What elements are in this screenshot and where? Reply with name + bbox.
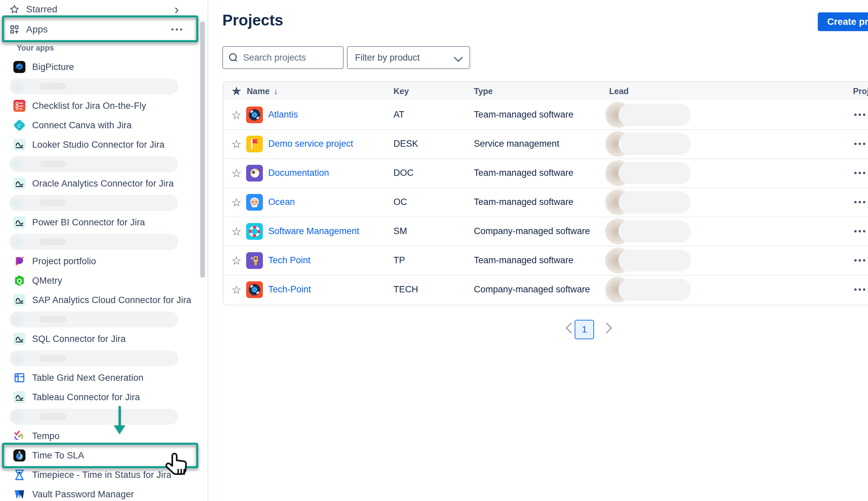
project-link[interactable]: Tech Point	[268, 255, 310, 266]
vault-icon	[13, 488, 25, 500]
row-divider	[223, 217, 868, 217]
star-outline-icon[interactable]: ☆	[232, 196, 242, 208]
redacted-app-item	[9, 195, 178, 211]
table-row-tech: ☆Tech-PointTECHCompany-managed software	[223, 275, 868, 304]
apps-grid-icon	[9, 24, 20, 35]
column-header-key[interactable]: Key	[394, 82, 409, 100]
row-actions-icon[interactable]	[854, 201, 865, 203]
sidebar-app-sql-connector-for-jira[interactable]: SQL Connector for Jira	[0, 329, 200, 349]
app-label: QMetry	[32, 276, 62, 286]
table-row-at: ☆AtlantisATTeam-managed software	[223, 100, 868, 129]
sidebar-app-qmetry[interactable]: QQMetry	[0, 271, 200, 290]
row-actions-icon[interactable]	[854, 259, 865, 262]
project-type: Team-managed software	[474, 100, 573, 129]
chart-connector-icon	[13, 333, 25, 345]
project-portfolio-icon	[13, 255, 25, 267]
sidebar-app-table-grid-next-generation[interactable]: Table Grid Next Generation	[0, 368, 200, 387]
project-type: Service management	[474, 129, 559, 158]
sidebar-item-starred[interactable]: Starred ›	[0, 1, 200, 18]
app-label: Checklist for Jira On-the-Fly	[32, 101, 146, 111]
row-actions-icon[interactable]	[854, 114, 865, 116]
project-link[interactable]: Software Management	[268, 226, 359, 236]
chart-connector-icon	[13, 178, 25, 190]
project-key: DESK	[394, 129, 418, 158]
sidebar-app-power-bi-connector-for-jira[interactable]: Power BI Connector for Jira	[0, 213, 200, 232]
sidebar-app-oracle-analytics-connector-for-jira[interactable]: Oracle Analytics Connector for Jira	[0, 174, 200, 193]
star-column-icon[interactable]: ★	[232, 86, 242, 96]
project-link[interactable]: Ocean	[268, 197, 295, 207]
project-type: Team-managed software	[474, 158, 573, 188]
chart-connector-icon	[13, 294, 25, 306]
redacted-app-item	[9, 156, 178, 172]
project-link[interactable]: Tech-Point	[268, 284, 311, 295]
create-project-button[interactable]: Create proj	[818, 12, 868, 31]
column-header-project-url[interactable]: Proje	[853, 82, 868, 100]
search-input[interactable]	[243, 52, 328, 63]
sidebar-app-checklist-for-jira-on-the-fly[interactable]: Checklist for Jira On-the-Fly	[0, 96, 200, 116]
search-icon	[229, 53, 238, 62]
star-icon	[9, 4, 20, 15]
star-outline-icon[interactable]: ☆	[232, 138, 242, 150]
column-header-type[interactable]: Type	[474, 82, 493, 100]
search-projects-box[interactable]	[222, 46, 344, 69]
chart-connector-icon	[13, 391, 25, 403]
star-outline-icon[interactable]: ☆	[232, 109, 242, 120]
sidebar-item-label: Starred	[26, 4, 57, 15]
timepiece-icon	[13, 469, 25, 481]
svg-text:Q: Q	[17, 277, 22, 285]
project-link[interactable]: Atlantis	[268, 109, 298, 120]
star-outline-icon[interactable]: ☆	[232, 284, 242, 295]
tempo-icon	[13, 430, 25, 442]
row-actions-icon[interactable]	[854, 143, 865, 145]
star-outline-icon[interactable]: ☆	[232, 226, 242, 237]
row-divider	[223, 129, 868, 130]
sidebar-app-tempo[interactable]: Tempo	[0, 426, 200, 446]
project-type: Team-managed software	[474, 188, 573, 217]
filter-by-product-dropdown[interactable]: Filter by product	[347, 46, 470, 69]
row-divider	[223, 275, 868, 276]
flag-icon	[246, 136, 263, 152]
project-key: TECH	[394, 275, 418, 304]
vinyl-record-icon	[246, 106, 263, 123]
project-type: Company-managed software	[474, 275, 590, 304]
project-link[interactable]: Demo service project	[268, 139, 353, 149]
table-row-sm: ☆Software ManagementSMCompany-managed so…	[223, 217, 868, 246]
column-header-name[interactable]: Name ↓	[247, 82, 278, 100]
sidebar-app-project-portfolio[interactable]: Project portfolio	[0, 252, 200, 271]
filter-label: Filter by product	[355, 53, 420, 63]
pagination-next-icon[interactable]	[601, 322, 612, 333]
chevron-right-icon[interactable]: ›	[174, 1, 179, 18]
sidebar-app-looker-studio-connector-for-jira[interactable]: Looker Studio Connector for Jira	[0, 135, 200, 154]
sidebar-item-apps[interactable]: Apps	[0, 21, 200, 38]
lead-redacted	[605, 102, 691, 128]
lead-redacted	[605, 160, 691, 186]
sidebar-scrollbar[interactable]	[200, 21, 205, 278]
star-outline-icon[interactable]: ☆	[232, 168, 242, 179]
sidebar-app-connect-canva-with-jira[interactable]: cConnect Canva with Jira	[0, 116, 200, 135]
project-key: AT	[394, 100, 405, 129]
row-actions-icon[interactable]	[854, 288, 865, 291]
time-to-sla-icon	[13, 449, 25, 461]
app-label: BigPicture	[32, 62, 74, 72]
app-label: Timepiece - Time in Status for Jira	[32, 470, 171, 480]
sidebar-app-tableau-connector-for-jira[interactable]: Tableau Connector for Jira	[0, 387, 200, 407]
row-actions-icon[interactable]	[854, 230, 865, 232]
projects-table: ★ Name ↓ Key Type Lead Proje ☆AtlantisAT…	[223, 82, 868, 306]
old-man-avatar-icon	[246, 194, 263, 211]
sidebar-app-bigpicture[interactable]: BigPicture	[0, 57, 200, 77]
project-link[interactable]: Documentation	[268, 168, 329, 178]
column-header-lead[interactable]: Lead	[609, 82, 629, 100]
sidebar-app-vault-password-manager[interactable]: Vault Password Manager	[0, 484, 200, 501]
sidebar-app-sap-analytics-cloud-connector-for-jira[interactable]: SAP Analytics Cloud Connector for Jira	[0, 290, 200, 310]
chart-connector-icon	[13, 216, 25, 228]
project-key: OC	[394, 188, 407, 217]
star-outline-icon[interactable]: ☆	[232, 255, 242, 266]
more-menu-icon[interactable]	[171, 29, 182, 31]
app-label: Time To SLA	[32, 450, 84, 461]
app-label: Tempo	[32, 431, 60, 441]
pagination-page-1[interactable]: 1	[575, 320, 594, 339]
app-label: Connect Canva with Jira	[32, 120, 132, 131]
row-actions-icon[interactable]	[854, 172, 865, 174]
lead-redacted	[605, 189, 691, 215]
lead-redacted	[605, 277, 691, 303]
